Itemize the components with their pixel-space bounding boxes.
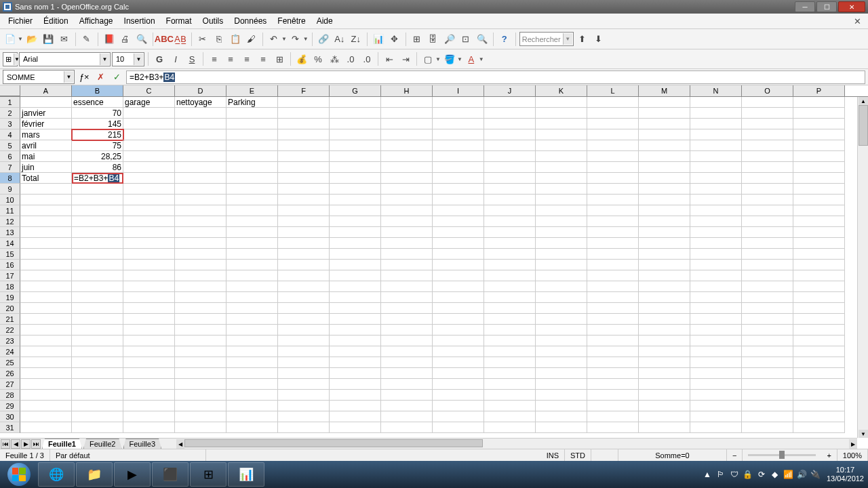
- cell[interactable]: [20, 357, 72, 368]
- cell[interactable]: [175, 346, 226, 357]
- edit-doc-icon[interactable]: ✎: [79, 32, 94, 47]
- cell[interactable]: janvier: [20, 108, 72, 119]
- cell[interactable]: [330, 184, 381, 195]
- cell[interactable]: [742, 390, 793, 401]
- cell[interactable]: [381, 325, 433, 336]
- cell[interactable]: [330, 129, 381, 140]
- cell[interactable]: essence: [72, 97, 123, 108]
- paste-icon[interactable]: 📋: [228, 32, 243, 47]
- cell[interactable]: [381, 119, 433, 129]
- align-justify-icon[interactable]: ≡: [256, 52, 271, 66]
- cell[interactable]: [587, 270, 639, 281]
- cell[interactable]: [72, 379, 123, 390]
- cell[interactable]: [226, 119, 278, 129]
- page-style[interactable]: Par défaut: [50, 449, 206, 461]
- cell[interactable]: [175, 216, 226, 227]
- cell[interactable]: [381, 140, 433, 151]
- cell[interactable]: [278, 238, 330, 249]
- cell[interactable]: [330, 292, 381, 303]
- zoom-level[interactable]: 100%: [837, 449, 868, 461]
- align-center-icon[interactable]: ≡: [223, 52, 238, 66]
- cell[interactable]: [278, 184, 330, 195]
- cell[interactable]: [536, 140, 587, 151]
- cell[interactable]: [433, 205, 484, 216]
- row-header[interactable]: 7: [0, 162, 20, 173]
- cell[interactable]: [72, 281, 123, 292]
- cell[interactable]: [330, 401, 381, 411]
- align-left-icon[interactable]: ≡: [207, 52, 222, 66]
- cell[interactable]: [639, 346, 690, 357]
- cell[interactable]: [793, 411, 845, 422]
- datasources-icon[interactable]: 🗄: [426, 32, 441, 47]
- cell[interactable]: [123, 281, 175, 292]
- cell[interactable]: [123, 140, 175, 151]
- sheet-last-icon[interactable]: ⏭: [31, 439, 41, 449]
- cell[interactable]: [587, 151, 639, 162]
- cell[interactable]: [278, 314, 330, 325]
- start-button[interactable]: [0, 461, 37, 488]
- cell[interactable]: [175, 303, 226, 314]
- row-header[interactable]: 8: [0, 173, 20, 184]
- cell[interactable]: [175, 227, 226, 238]
- cell[interactable]: [639, 314, 690, 325]
- row-header[interactable]: 28: [0, 390, 20, 401]
- cell[interactable]: [536, 346, 587, 357]
- cell[interactable]: [20, 270, 72, 281]
- row-header[interactable]: 23: [0, 336, 20, 346]
- cell[interactable]: [639, 368, 690, 379]
- cell[interactable]: [123, 314, 175, 325]
- row-header[interactable]: 30: [0, 411, 20, 422]
- cell[interactable]: [536, 357, 587, 368]
- row-header[interactable]: 10: [0, 195, 20, 205]
- col-header-L[interactable]: L: [587, 85, 639, 96]
- col-header-G[interactable]: G: [330, 85, 381, 96]
- cell[interactable]: [226, 184, 278, 195]
- col-header-E[interactable]: E: [226, 85, 278, 96]
- cell[interactable]: [175, 314, 226, 325]
- taskbar-clock[interactable]: 10:17 13/04/2012: [827, 466, 864, 483]
- cell[interactable]: [175, 325, 226, 336]
- cell[interactable]: [381, 238, 433, 249]
- cell[interactable]: [433, 162, 484, 173]
- cell[interactable]: [175, 129, 226, 140]
- cell[interactable]: [742, 195, 793, 205]
- cell[interactable]: mars: [20, 129, 72, 140]
- zoom-out-icon[interactable]: −: [727, 449, 743, 461]
- sum-display[interactable]: Somme=0: [618, 449, 727, 461]
- cell[interactable]: [793, 270, 845, 281]
- cell[interactable]: [742, 119, 793, 129]
- cell[interactable]: [278, 205, 330, 216]
- cell[interactable]: [20, 216, 72, 227]
- cell[interactable]: [278, 227, 330, 238]
- cell[interactable]: [123, 368, 175, 379]
- cell[interactable]: [639, 325, 690, 336]
- cell[interactable]: [639, 238, 690, 249]
- cell[interactable]: [123, 151, 175, 162]
- gallery-icon[interactable]: ⊞: [410, 32, 425, 47]
- cell[interactable]: [433, 227, 484, 238]
- cell[interactable]: [433, 140, 484, 151]
- cell[interactable]: [484, 281, 536, 292]
- cell[interactable]: [330, 325, 381, 336]
- cell[interactable]: [72, 270, 123, 281]
- cell[interactable]: [175, 336, 226, 346]
- scroll-right-icon[interactable]: ▶: [849, 439, 857, 449]
- cell[interactable]: [381, 422, 433, 433]
- cell[interactable]: [381, 346, 433, 357]
- cell[interactable]: [639, 151, 690, 162]
- cell[interactable]: [123, 195, 175, 205]
- cell[interactable]: [690, 184, 742, 195]
- autospell-icon[interactable]: A̲B̲: [173, 32, 188, 47]
- cell[interactable]: [484, 260, 536, 270]
- cell[interactable]: [278, 151, 330, 162]
- cell[interactable]: [536, 216, 587, 227]
- cell[interactable]: [587, 260, 639, 270]
- percent-icon[interactable]: %: [311, 52, 326, 66]
- cell[interactable]: [226, 195, 278, 205]
- cell[interactable]: [226, 401, 278, 411]
- cell[interactable]: [123, 422, 175, 433]
- cell[interactable]: [278, 411, 330, 422]
- cell[interactable]: [793, 173, 845, 184]
- cell[interactable]: [536, 270, 587, 281]
- save-icon[interactable]: 💾: [41, 32, 56, 47]
